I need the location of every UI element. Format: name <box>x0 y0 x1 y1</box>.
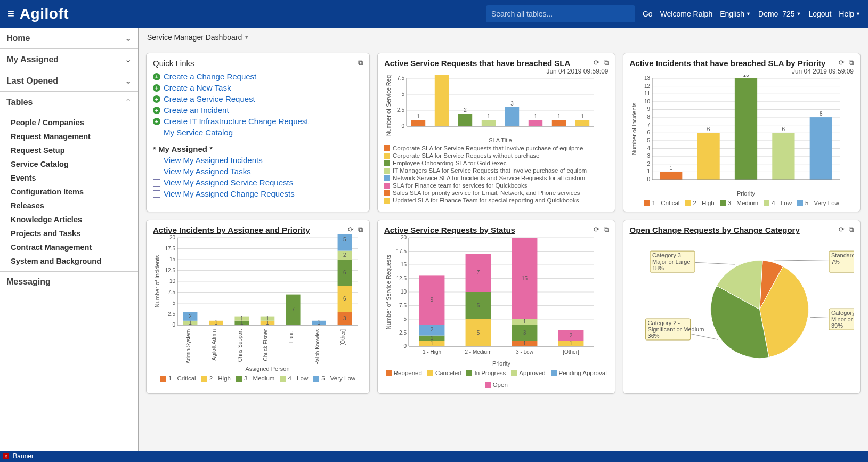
chart-sla-requests: 02.557.518213111SLA TitleNumber of Servi… <box>384 75 609 144</box>
svg-text:Chuck Eisner: Chuck Eisner <box>263 329 269 361</box>
svg-rect-18 <box>529 120 542 126</box>
quick-links-heading: * My Assigned * <box>153 144 363 153</box>
svg-text:20: 20 <box>401 234 407 240</box>
sidebar-group-my-assigned[interactable]: My Assigned ⌄ <box>0 49 138 70</box>
svg-text:10: 10 <box>644 99 650 104</box>
help-menu[interactable]: Help▼ <box>839 10 861 18</box>
panel-timestamp: Jun 04 2019 09:59:09 <box>630 68 854 75</box>
refresh-icon[interactable]: ⟳ <box>594 225 599 234</box>
table-link[interactable]: Service Catalog <box>11 157 138 171</box>
sidebar-group-last-opened[interactable]: Last Opened ⌄ <box>0 70 138 92</box>
svg-text:15: 15 <box>401 262 407 268</box>
language-menu[interactable]: English▼ <box>720 10 751 18</box>
quick-link[interactable]: View My Assigned Incidents <box>153 155 363 166</box>
app-logo: Agiloft <box>20 5 69 22</box>
quick-link[interactable]: View My Assigned Change Requests <box>153 188 363 199</box>
svg-text:3 - Low: 3 - Low <box>516 349 534 355</box>
quick-link[interactable]: View My Assigned Tasks <box>153 166 363 177</box>
list-icon <box>153 157 160 164</box>
quick-link[interactable]: +Create IT Infrastructure Change Request <box>153 116 363 127</box>
table-link[interactable]: Configuration Items <box>11 185 138 199</box>
svg-text:5: 5 <box>477 330 480 336</box>
table-link[interactable]: Events <box>11 171 138 185</box>
quick-link[interactable]: View My Assigned Service Requests <box>153 177 363 188</box>
svg-text:2: 2 <box>431 327 434 333</box>
svg-rect-14 <box>482 120 496 126</box>
hamburger-icon[interactable]: ≡ <box>7 7 14 21</box>
table-link[interactable]: System and Background <box>11 254 138 268</box>
sidebar-group-tables[interactable]: Tables ⌃ <box>0 92 138 112</box>
svg-text:17.5: 17.5 <box>396 248 407 254</box>
table-link[interactable]: Request Setup <box>11 143 138 157</box>
svg-text:1: 1 <box>557 114 561 119</box>
quick-link[interactable]: +Create a Service Request <box>153 93 363 104</box>
svg-text:15: 15 <box>522 275 528 281</box>
logout-link[interactable]: Logout <box>808 10 831 18</box>
panel-title[interactable]: Active Service Requests that have breach… <box>384 59 570 68</box>
panel-title[interactable]: Active Service Requests by Status <box>384 225 515 234</box>
tables-list: People / Companies Request Management Re… <box>0 112 138 271</box>
table-link[interactable]: People / Companies <box>11 116 138 129</box>
popout-icon[interactable]: ⧉ <box>358 225 363 234</box>
chart-req-status: 02.557.51012.51517.52011291 - High5572 -… <box>384 234 609 368</box>
svg-text:2: 2 <box>464 107 467 113</box>
panel-title[interactable]: Active Incidents that have breached SLA … <box>630 59 826 68</box>
svg-text:12: 12 <box>644 83 650 89</box>
dashboard-selector[interactable]: Service Manager Dashboard ▼ <box>139 28 868 47</box>
list-icon <box>153 129 160 136</box>
svg-text:4: 4 <box>647 145 650 151</box>
quick-link[interactable]: My Service Catalog <box>153 127 363 138</box>
svg-text:Admin System: Admin System <box>185 329 191 363</box>
quick-link[interactable]: +Create a Change Request <box>153 71 363 82</box>
main-content: Service Manager Dashboard ▼ Quick Links … <box>139 28 868 451</box>
popout-icon[interactable]: ⧉ <box>604 225 609 234</box>
svg-text:11: 11 <box>644 91 650 96</box>
svg-text:6: 6 <box>343 296 346 302</box>
popout-icon[interactable]: ⧉ <box>849 225 854 234</box>
svg-text:0: 0 <box>172 322 175 328</box>
svg-text:1: 1 <box>487 114 490 119</box>
svg-text:1: 1 <box>534 114 537 119</box>
svg-text:5: 5 <box>403 316 407 322</box>
refresh-icon[interactable]: ⟳ <box>594 59 599 67</box>
welcome-text: Welcome Ralph <box>660 10 713 18</box>
svg-text:[Other]: [Other] <box>340 329 346 346</box>
sidebar-group-home[interactable]: Home ⌄ <box>0 28 138 49</box>
svg-text:1: 1 <box>669 165 672 171</box>
global-search-input[interactable] <box>486 5 635 22</box>
sidebar-group-messaging[interactable]: Messaging <box>0 271 138 292</box>
svg-text:1: 1 <box>240 315 244 321</box>
refresh-icon[interactable]: ⟳ <box>839 59 845 67</box>
banner-bar: × Banner <box>0 451 868 462</box>
panel-title[interactable]: Open Change Requests by Change Category <box>630 225 800 234</box>
table-link[interactable]: Contract Management <box>11 240 138 254</box>
table-link[interactable]: Projects and Tasks <box>11 226 138 240</box>
svg-text:8: 8 <box>647 114 650 120</box>
svg-text:Laur..: Laur.. <box>288 329 294 343</box>
close-icon[interactable]: × <box>3 453 9 459</box>
popout-icon[interactable]: ⧉ <box>849 59 854 67</box>
svg-text:8: 8 <box>820 111 823 117</box>
quick-link[interactable]: +Create a New Task <box>153 82 363 93</box>
svg-text:6: 6 <box>343 270 346 275</box>
table-link[interactable]: Request Management <box>11 129 138 143</box>
refresh-icon[interactable]: ⟳ <box>839 225 845 234</box>
search-go-button[interactable]: Go <box>643 10 653 18</box>
svg-text:2.5: 2.5 <box>397 107 404 113</box>
svg-text:1: 1 <box>318 320 321 326</box>
table-link[interactable]: Knowledge Articles <box>11 213 138 226</box>
chart-legend: Corporate SLA for Service Requests that … <box>384 144 609 204</box>
quick-link[interactable]: +Create an Incident <box>153 104 363 116</box>
svg-rect-64 <box>809 117 832 180</box>
panel-title: Quick Links <box>153 59 194 68</box>
svg-text:2 - Medium: 2 - Medium <box>465 349 491 355</box>
refresh-icon[interactable]: ⟳ <box>348 225 354 234</box>
svg-text:Significant or Medium: Significant or Medium <box>647 326 704 333</box>
svg-rect-12 <box>458 114 472 126</box>
panel-title[interactable]: Active Incidents by Assignee and Priorit… <box>153 225 310 234</box>
popout-icon[interactable]: ⧉ <box>604 59 609 67</box>
popout-icon[interactable]: ⧉ <box>358 59 363 67</box>
demo-menu[interactable]: Demo_725▼ <box>758 10 801 18</box>
svg-rect-22 <box>575 120 589 126</box>
table-link[interactable]: Releases <box>11 199 138 213</box>
